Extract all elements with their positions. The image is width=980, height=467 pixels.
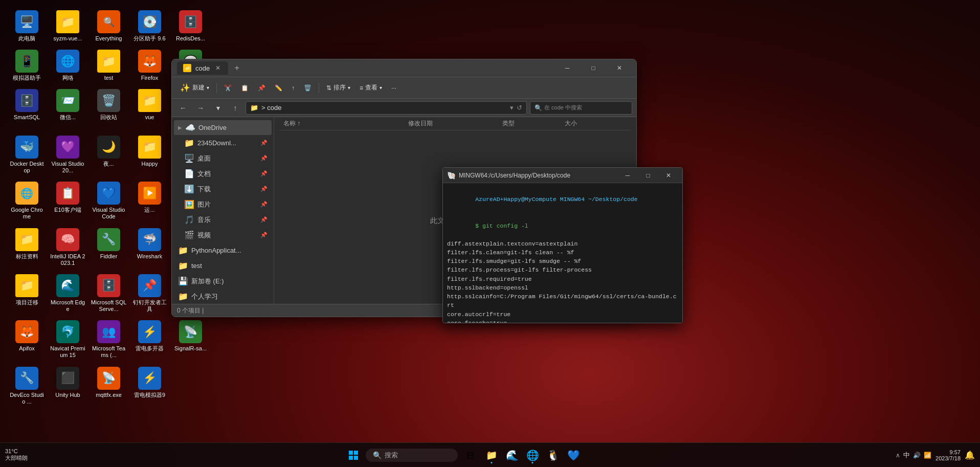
desktop-icon-dingding[interactable]: 📌 钉钉开发者工具 bbox=[130, 272, 169, 315]
desktop-icon-msedge[interactable]: 🌊 Microsoft Edge bbox=[49, 272, 87, 315]
sort-button[interactable]: ⇅ 排序 ▾ bbox=[322, 81, 354, 95]
more-button[interactable]: ··· bbox=[387, 82, 400, 94]
col-name-header[interactable]: 名称 ↑ bbox=[283, 119, 408, 128]
desktop-icon-msteams[interactable]: 👥 Microsoft Teams (... bbox=[90, 318, 128, 361]
desktop-icon-nox[interactable]: 📱 模拟器助手 bbox=[8, 47, 46, 84]
tray-network[interactable]: 📶 bbox=[924, 452, 931, 459]
taskbar-explorer[interactable]: 📁 bbox=[482, 446, 501, 464]
forward-button[interactable]: → bbox=[193, 101, 208, 115]
sidebar-pictures[interactable]: 🖼️ 图片 📌 bbox=[174, 197, 272, 212]
terminal-maximize-button[interactable]: □ bbox=[638, 169, 658, 182]
weather-widget[interactable]: 31°C 大部晴朗 bbox=[5, 448, 28, 462]
code-tab[interactable]: 📁 code ✕ bbox=[177, 61, 228, 75]
tray-lang[interactable]: 中 bbox=[903, 451, 910, 460]
system-tray: ∧ 中 🔊 📶 bbox=[896, 451, 931, 460]
desktop-icon-recycle[interactable]: 🗑️ 回收站 bbox=[90, 86, 128, 130]
desktop-icon-test[interactable]: 📁 test bbox=[90, 47, 128, 84]
desktop-icon-chrome[interactable]: 🌐 Google Chrome bbox=[8, 179, 46, 223]
sidebar-2345[interactable]: 📁 2345Downl... 📌 bbox=[174, 136, 272, 150]
sidebar-documents[interactable]: 📄 文档 📌 bbox=[174, 166, 272, 181]
desktop-icon-apifox[interactable]: 🦊 Apifox bbox=[8, 318, 46, 361]
desktop-icon-weixin2[interactable]: 📨 微信... bbox=[49, 86, 87, 130]
taskbar-search[interactable]: 🔍 搜索 bbox=[366, 449, 458, 462]
new-button[interactable]: ✨ 新建 ▾ bbox=[176, 80, 213, 95]
search-box[interactable]: 🔍 在 code 中搜索 bbox=[530, 101, 632, 115]
sidebar-onedrive[interactable]: ▶ ☁️ OneDrive bbox=[174, 120, 272, 135]
taskbar-edge[interactable]: 🌊 bbox=[503, 446, 521, 464]
sidebar-test[interactable]: 📁 test bbox=[174, 258, 272, 273]
desktop-icon-mqttfx[interactable]: 📡 mqttfx.exe bbox=[90, 364, 128, 408]
desktop-icon-redis[interactable]: 🗄️ RedisDes... bbox=[171, 8, 210, 45]
cut-button[interactable]: ✂️ bbox=[220, 82, 236, 94]
tray-volume[interactable]: 🔊 bbox=[913, 452, 921, 459]
back-button[interactable]: ← bbox=[176, 101, 190, 115]
desktop-icon-unityhub[interactable]: ⬛ Unity Hub bbox=[49, 364, 87, 408]
desktop-icon-vscode[interactable]: 💙 Visual Studio Code bbox=[90, 179, 128, 223]
desktop-icon-this-pc[interactable]: 🖥️ 此电脑 bbox=[8, 8, 46, 45]
desktop-icon-deveco[interactable]: 🔧 DevEco Studio ... bbox=[8, 364, 46, 408]
desktop-icon-intellij[interactable]: 🧠 IntelliJ IDEA 2023.1 bbox=[49, 226, 87, 269]
desktop-icon-smartsql[interactable]: 🗄️ SmartSQL bbox=[8, 86, 46, 130]
desktop-icon-e10[interactable]: 📋 E10客户端 bbox=[49, 179, 87, 223]
sidebar-desktop[interactable]: 🖥️ 桌面 📌 bbox=[174, 151, 272, 166]
desktop-icon-happy[interactable]: 📁 Happy bbox=[130, 133, 169, 176]
desktop-icon-vue[interactable]: 📁 vue bbox=[130, 86, 169, 130]
sidebar-downloads[interactable]: ⬇️ 下载 📌 bbox=[174, 182, 272, 196]
this-pc-icon: 🖥️ bbox=[15, 10, 38, 33]
up-button-dropdown[interactable]: ▾ bbox=[211, 101, 225, 115]
start-button[interactable] bbox=[343, 445, 364, 465]
taskbar-qq[interactable]: 🐧 bbox=[544, 446, 562, 464]
sidebar-videos[interactable]: 🎬 视频 📌 bbox=[174, 228, 272, 242]
terminal-close-button[interactable]: ✕ bbox=[659, 169, 678, 182]
rename-button[interactable]: ✏️ bbox=[271, 82, 286, 94]
tab-close-button[interactable]: ✕ bbox=[214, 64, 222, 72]
desktop-icon-yun[interactable]: ▶️ 运... bbox=[130, 179, 169, 223]
minimize-button[interactable]: ─ bbox=[555, 60, 579, 76]
term-line-3: diff.astextplain.textconv=astextplain bbox=[447, 239, 678, 248]
col-type-header[interactable]: 类型 bbox=[502, 119, 565, 128]
desktop-icon-syzm[interactable]: 📁 syzm-vue... bbox=[49, 8, 87, 45]
taskbar-vscode[interactable]: 💙 bbox=[564, 446, 583, 464]
task-view-button[interactable]: ⊟ bbox=[460, 445, 480, 465]
view-button[interactable]: ≡ 查看 ▾ bbox=[355, 81, 386, 95]
desktop-icon-vstudio[interactable]: 💜 Visual Studio 20... bbox=[49, 133, 87, 176]
desktop-icon-biaozhu[interactable]: 📁 标注资料 bbox=[8, 226, 46, 269]
desktop-icon-night[interactable]: 🌙 夜... bbox=[90, 133, 128, 176]
sidebar-python[interactable]: 📁 PythonApplicat... bbox=[174, 243, 272, 258]
share-button[interactable]: ↑ bbox=[287, 82, 299, 94]
sidebar-personal[interactable]: 📁 个人学习 bbox=[174, 289, 272, 304]
copy-button[interactable]: 📋 bbox=[237, 82, 253, 94]
desktop-icon-thunder-sim[interactable]: ⚡ 雷电模拟器9 bbox=[130, 364, 169, 408]
desktop-icon-thunder-dev[interactable]: ⚡ 雷电多开器 bbox=[130, 318, 169, 361]
new-tab-button[interactable]: + bbox=[231, 62, 243, 74]
terminal-minimize-button[interactable]: ─ bbox=[618, 169, 637, 182]
sidebar-edrive[interactable]: 💾 新加卷 (E:) bbox=[174, 274, 272, 288]
desktop-icon-mssql[interactable]: 🗄️ Microsoft SQL Serve... bbox=[90, 272, 128, 315]
desktop-icon-navicat[interactable]: 🐬 Navicat Premium 15 bbox=[49, 318, 87, 361]
address-refresh-icon[interactable]: ↺ bbox=[517, 104, 522, 112]
desktop-icon-everything[interactable]: 🔍 Everything bbox=[90, 8, 128, 45]
notifications-icon[interactable]: 🔔 bbox=[965, 450, 975, 460]
sidebar-music[interactable]: 🎵 音乐 📌 bbox=[174, 212, 272, 227]
desktop-icon-docker[interactable]: 🐳 Docker Desktop bbox=[8, 133, 46, 176]
taskbar-chrome[interactable]: 🌐 bbox=[523, 446, 542, 464]
col-date-header[interactable]: 修改日期 bbox=[408, 119, 502, 128]
up-button[interactable]: ↑ bbox=[228, 101, 242, 115]
tray-arrow[interactable]: ∧ bbox=[896, 452, 900, 459]
desktop-icon-xiangmu[interactable]: 📁 项目迁移 bbox=[8, 272, 46, 315]
partition-label: 分区助手 9.6 bbox=[133, 35, 165, 42]
desktop-icon-partition[interactable]: 💽 分区助手 9.6 bbox=[130, 8, 169, 45]
terminal-content-area[interactable]: AzureAD+Happy@MyCompute MINGW64 ~/Deskto… bbox=[443, 183, 682, 323]
maximize-button[interactable]: □ bbox=[582, 60, 605, 76]
paste-button[interactable]: 📌 bbox=[254, 82, 270, 94]
desktop-icon-wireshark[interactable]: 🦈 Wireshark bbox=[130, 226, 169, 269]
desktop-icon-network[interactable]: 🌐 网络 bbox=[49, 47, 87, 84]
desktop-icon-signalr[interactable]: 📡 SignalR-sa... bbox=[171, 318, 210, 361]
desktop-icon-fiddler[interactable]: 🔧 Fiddler bbox=[90, 226, 128, 269]
desktop-icon-firefox[interactable]: 🦊 Firefox bbox=[130, 47, 169, 84]
col-size-header[interactable]: 大小 bbox=[565, 119, 627, 128]
close-button[interactable]: ✕ bbox=[608, 60, 631, 76]
address-input[interactable]: 📁 > code ▾ ↺ bbox=[246, 101, 527, 115]
clock-widget[interactable]: 9:57 2023/7/18 bbox=[936, 449, 961, 461]
delete-button[interactable]: 🗑️ bbox=[300, 82, 316, 94]
